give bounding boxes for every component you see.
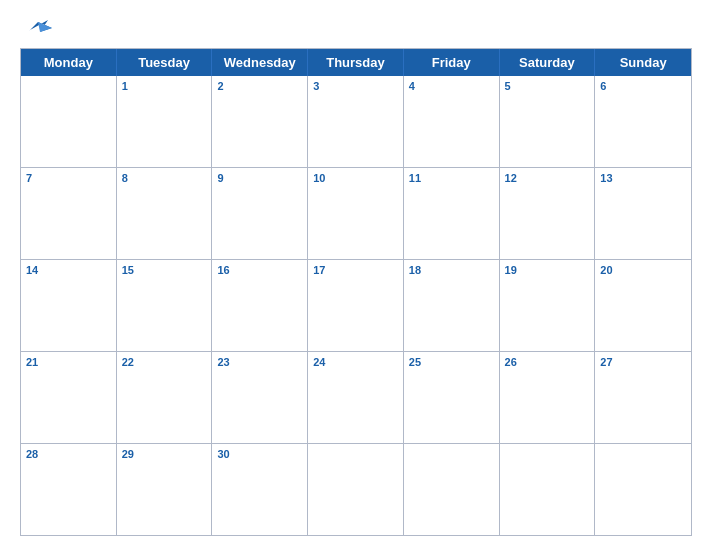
col-header-saturday: Saturday <box>500 49 596 76</box>
day-cell <box>308 444 404 535</box>
day-number: 17 <box>313 263 398 278</box>
day-number: 25 <box>409 355 494 370</box>
day-number: 3 <box>313 79 398 94</box>
day-number: 12 <box>505 171 590 186</box>
col-header-tuesday: Tuesday <box>117 49 213 76</box>
day-number: 29 <box>122 447 207 462</box>
day-cell: 26 <box>500 352 596 443</box>
day-cell: 8 <box>117 168 213 259</box>
day-number: 1 <box>122 79 207 94</box>
day-cell: 4 <box>404 76 500 167</box>
day-cell: 19 <box>500 260 596 351</box>
day-cell: 16 <box>212 260 308 351</box>
day-number: 7 <box>26 171 111 186</box>
day-cell: 22 <box>117 352 213 443</box>
days-of-week-header: MondayTuesdayWednesdayThursdayFridaySatu… <box>21 49 691 76</box>
col-header-monday: Monday <box>21 49 117 76</box>
day-cell: 30 <box>212 444 308 535</box>
day-number: 6 <box>600 79 686 94</box>
day-number: 24 <box>313 355 398 370</box>
day-number: 4 <box>409 79 494 94</box>
day-number: 9 <box>217 171 302 186</box>
week-row-5: 282930 <box>21 443 691 535</box>
day-cell: 18 <box>404 260 500 351</box>
calendar-page: MondayTuesdayWednesdayThursdayFridaySatu… <box>0 0 712 550</box>
day-number: 15 <box>122 263 207 278</box>
week-row-2: 78910111213 <box>21 167 691 259</box>
day-number: 2 <box>217 79 302 94</box>
header <box>20 18 692 38</box>
day-cell: 9 <box>212 168 308 259</box>
col-header-thursday: Thursday <box>308 49 404 76</box>
day-number: 21 <box>26 355 111 370</box>
calendar-body: 1234567891011121314151617181920212223242… <box>21 76 691 535</box>
day-number: 13 <box>600 171 686 186</box>
day-number: 10 <box>313 171 398 186</box>
day-cell: 27 <box>595 352 691 443</box>
day-number: 8 <box>122 171 207 186</box>
col-header-wednesday: Wednesday <box>212 49 308 76</box>
day-cell: 13 <box>595 168 691 259</box>
day-cell: 23 <box>212 352 308 443</box>
calendar-grid: MondayTuesdayWednesdayThursdayFridaySatu… <box>20 48 692 536</box>
day-cell: 12 <box>500 168 596 259</box>
day-cell: 21 <box>21 352 117 443</box>
day-number: 19 <box>505 263 590 278</box>
day-cell: 6 <box>595 76 691 167</box>
day-cell <box>500 444 596 535</box>
day-cell: 1 <box>117 76 213 167</box>
day-number: 23 <box>217 355 302 370</box>
day-number: 14 <box>26 263 111 278</box>
week-row-4: 21222324252627 <box>21 351 691 443</box>
col-header-sunday: Sunday <box>595 49 691 76</box>
col-header-friday: Friday <box>404 49 500 76</box>
day-cell: 29 <box>117 444 213 535</box>
week-row-1: 123456 <box>21 76 691 167</box>
day-cell: 10 <box>308 168 404 259</box>
day-cell: 24 <box>308 352 404 443</box>
day-cell: 15 <box>117 260 213 351</box>
day-number: 11 <box>409 171 494 186</box>
day-cell: 7 <box>21 168 117 259</box>
day-number: 5 <box>505 79 590 94</box>
day-cell <box>404 444 500 535</box>
day-number: 18 <box>409 263 494 278</box>
day-cell: 14 <box>21 260 117 351</box>
day-number: 30 <box>217 447 302 462</box>
day-cell: 20 <box>595 260 691 351</box>
day-cell: 2 <box>212 76 308 167</box>
day-cell <box>21 76 117 167</box>
day-number: 22 <box>122 355 207 370</box>
day-number: 28 <box>26 447 111 462</box>
day-cell: 5 <box>500 76 596 167</box>
day-number: 16 <box>217 263 302 278</box>
day-cell: 17 <box>308 260 404 351</box>
day-cell <box>595 444 691 535</box>
day-number: 20 <box>600 263 686 278</box>
week-row-3: 14151617181920 <box>21 259 691 351</box>
logo <box>20 18 56 38</box>
day-number: 27 <box>600 355 686 370</box>
day-number: 26 <box>505 355 590 370</box>
day-cell: 3 <box>308 76 404 167</box>
day-cell: 11 <box>404 168 500 259</box>
day-cell: 28 <box>21 444 117 535</box>
day-cell: 25 <box>404 352 500 443</box>
logo-icon <box>20 18 56 38</box>
